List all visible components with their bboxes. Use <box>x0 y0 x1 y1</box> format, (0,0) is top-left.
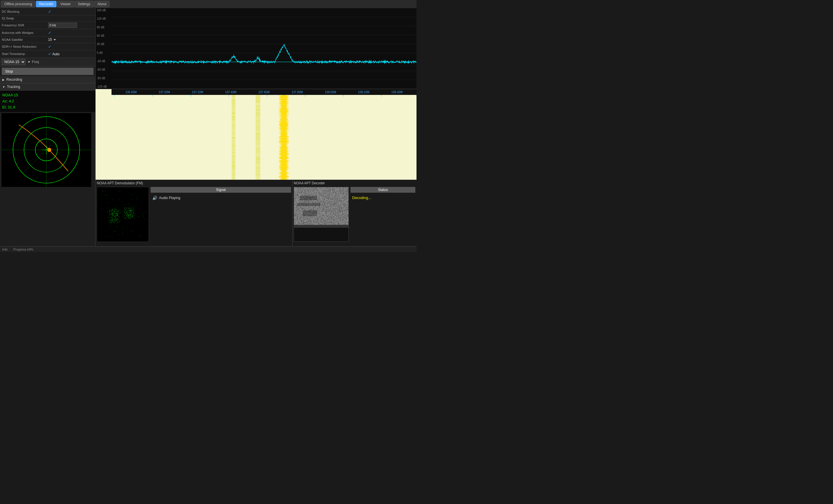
freq-137-62: 137.62M <box>258 91 270 94</box>
noaa-satellite-dropdown-arrow <box>53 39 56 41</box>
tracking-azimuth: Az: 4.2 <box>2 98 93 104</box>
decoder-title: NOAA APT Decoder <box>294 181 415 185</box>
demodulator-content: Signal 🔊 Audio Playing <box>97 187 291 245</box>
frequency-shift-input[interactable] <box>48 23 77 28</box>
tab-viewer[interactable]: Viewer <box>57 1 74 7</box>
constellation-canvas <box>97 187 149 242</box>
tab-settings[interactable]: Settings <box>75 1 94 7</box>
demodulator-panel: NOAA APT Demodulator (FM) Signal 🔊 Audio… <box>96 180 292 246</box>
tracking-arrow-icon: ▼ <box>2 85 5 89</box>
db-120: 120 dB <box>97 17 110 20</box>
setting-start-timestamp: Start Timestamp ✓ Auto <box>0 50 95 57</box>
db-neg120: -120 dB <box>97 85 110 88</box>
noaa-satellite-value: 15 <box>48 37 52 42</box>
constellation-plot <box>97 187 149 242</box>
db-neg90: -90 dB <box>97 77 110 80</box>
db-neg60: -60 dB <box>97 68 110 71</box>
left-panel: DC Blocking ✓ IQ Swap Frequency Shift Au… <box>0 8 96 246</box>
setting-noise-reduction: SDR++ Noise Reduction ✓ <box>0 43 95 50</box>
setting-autocrop: Autocrop with Wedges ✓ <box>0 29 95 36</box>
status-progress: Progress inf% <box>13 248 33 251</box>
tracking-elevation: El: 31.9 <box>2 104 93 110</box>
start-timestamp-label: Start Timestamp <box>0 50 46 57</box>
audio-playing-label: Audio Playing <box>159 196 180 200</box>
setting-noaa-satellite: NOAA Satellite 15 <box>0 36 95 43</box>
dc-blocking-check[interactable]: ✓ <box>48 9 52 14</box>
settings-table: DC Blocking ✓ IQ Swap Frequency Shift Au… <box>0 8 95 57</box>
setting-frequency-shift: Frequency Shift <box>0 21 95 29</box>
autocrop-check[interactable]: ✓ <box>48 30 52 35</box>
tracking-label: Tracking <box>7 85 20 89</box>
status-info: Info <box>2 248 7 251</box>
spectrum-canvas <box>112 8 416 89</box>
satellite-selector-row: NOAA-15 NOAA-18 NOAA-19 Freq <box>0 57 95 67</box>
tab-offline-processing[interactable]: Offline processing <box>1 1 35 7</box>
db-30: 30 dB <box>97 43 110 46</box>
db-90: 90 dB <box>97 26 110 29</box>
freq-136-82: 136.82M <box>125 91 137 94</box>
decoder-status-panel: Status Decoding... <box>351 187 415 245</box>
autocrop-label: Autocrop with Wedges <box>0 29 46 36</box>
db-0: 0 dB <box>97 51 110 54</box>
status-bar: Info Progress inf% <box>0 246 416 252</box>
tab-about[interactable]: About <box>94 1 110 7</box>
demodulator-title: NOAA APT Demodulator (FM) <box>97 181 291 185</box>
db-150: 150 dB <box>97 9 110 12</box>
db-labels: 150 dB 120 dB 90 dB 60 dB 30 dB 0 dB -30… <box>96 8 112 89</box>
recording-section-header[interactable]: ▶ Recording <box>0 76 95 83</box>
dc-blocking-label: DC Blocking <box>0 8 46 15</box>
right-panel: 150 dB 120 dB 90 dB 60 dB 30 dB 0 dB -30… <box>96 8 416 246</box>
freq-138-02: 138.02M <box>325 91 336 94</box>
tracking-satellite-name: NOAA 15 <box>2 92 93 98</box>
setting-dc-blocking: DC Blocking ✓ <box>0 8 95 15</box>
setting-iq-swap: IQ Swap <box>0 15 95 21</box>
noaa-satellite-label: NOAA Satellite <box>0 36 46 43</box>
decoding-status-text: Decoding... <box>351 195 415 201</box>
decoder-panel: NOAA APT Decoder Status Decoding... <box>292 180 416 246</box>
tracking-info: NOAA 15 Az: 4.2 El: 31.9 <box>0 91 95 112</box>
recording-label: Recording <box>6 78 22 82</box>
freq-label: Freq <box>32 60 39 64</box>
main-layout: DC Blocking ✓ IQ Swap Frequency Shift Au… <box>0 8 416 246</box>
freq-138-42: 138.42M <box>391 91 403 94</box>
polar-plot-svg <box>1 113 91 187</box>
freq-138-22: 138.22M <box>358 91 369 94</box>
bottom-panels: NOAA APT Demodulator (FM) Signal 🔊 Audio… <box>96 180 416 246</box>
signal-header: Signal <box>151 187 291 193</box>
freq-137-02: 137.02M <box>159 91 170 94</box>
apt-canvas <box>294 187 349 242</box>
stop-button[interactable]: Stop <box>2 68 94 75</box>
freq-137-42: 137.42M <box>225 91 236 94</box>
audio-playing-row: 🔊 Audio Playing <box>151 195 291 201</box>
noaa-selector-dropdown[interactable]: NOAA-15 NOAA-18 NOAA-19 <box>2 59 25 65</box>
frequency-labels-row: 136.82M 137.02M 137.22M 137.42M 137.62M … <box>112 89 416 95</box>
recording-arrow-icon: ▶ <box>2 78 5 81</box>
noise-reduction-label: SDR++ Noise Reduction <box>0 43 46 50</box>
noise-reduction-check[interactable]: ✓ <box>48 44 52 49</box>
start-timestamp-check[interactable]: ✓ <box>48 51 52 56</box>
status-header: Status <box>351 187 415 193</box>
waterfall-area: 136.82M 137.02M 137.22M 137.42M 137.62M … <box>96 89 416 180</box>
iq-swap-label: IQ Swap <box>0 15 46 21</box>
db-60: 60 dB <box>97 34 110 37</box>
signal-info: Signal 🔊 Audio Playing <box>151 187 291 245</box>
decoder-content: Status Decoding... <box>294 187 415 245</box>
waterfall-canvas <box>112 95 416 180</box>
polar-plot <box>1 113 94 188</box>
apt-image-display <box>294 187 349 242</box>
spectrum-area: 150 dB 120 dB 90 dB 60 dB 30 dB 0 dB -30… <box>96 8 416 89</box>
tracking-section-header[interactable]: ▼ Tracking <box>0 83 95 91</box>
iq-swap-value <box>46 15 95 21</box>
freq-137-22: 137.22M <box>192 91 203 94</box>
selector-dropdown-arrow <box>28 61 30 63</box>
top-navigation: Offline processing Recorder Viewer Setti… <box>0 0 416 8</box>
freq-137-82: 137.82M <box>292 91 303 94</box>
tab-recorder[interactable]: Recorder <box>36 1 56 7</box>
speaker-icon: 🔊 <box>152 196 157 200</box>
start-timestamp-auto: Auto <box>52 52 60 56</box>
db-neg30: -30 dB <box>97 59 110 63</box>
frequency-shift-label: Frequency Shift <box>0 21 46 29</box>
